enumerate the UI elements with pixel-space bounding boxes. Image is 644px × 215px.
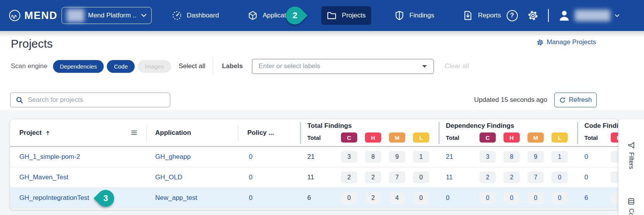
org-selector-label: Mend Platform ... [88,12,137,19]
scan-engine-label: Scan engine [11,62,48,70]
chip-images: Images [138,60,171,73]
search-icon [16,96,23,104]
chip-code[interactable]: Code [107,60,135,73]
app-window: MEND Mend Platform ... Dashboard [0,0,644,215]
labels-input[interactable] [259,62,422,70]
dependency-findings-total[interactable]: 11 [446,174,453,181]
severity-badge-critical: C [480,132,496,143]
dependency-high-count[interactable]: 8 [504,151,520,163]
annotation-step-3-number: 3 [103,193,108,203]
dependency-medium-count[interactable]: 7 [528,172,544,183]
dependency-low-count[interactable]: 0 [552,172,568,183]
user-avatar-icon [558,9,570,22]
total-low-count: 1 [413,151,429,163]
code-findings-total[interactable]: 0 [584,153,588,161]
total-critical-count: 2 [341,172,357,183]
severity-badge-medium: M [389,132,405,143]
nav-label: Findings [409,12,434,19]
code-high-count [611,151,618,163]
navbar-actions: ? [507,9,620,22]
code-high-count [611,172,618,183]
help-glyph: ? [510,12,514,19]
severity-badge-high: H [611,132,618,143]
severity-badge-low: L [552,132,568,143]
nav-item-findings[interactable]: Findings [389,6,440,25]
navbar-divider [548,9,549,22]
nav-item-dashboard[interactable]: Dashboard [166,6,224,25]
dependency-low-count[interactable]: 0 [552,192,568,204]
dependency-findings-total[interactable]: 0 [446,194,449,202]
nav-item-projects[interactable]: Projects [321,6,371,25]
total-high-count: 8 [365,151,381,163]
group-header-code-findings: Code Findings [584,122,618,130]
project-link[interactable]: GH_Maven_Test [19,174,69,181]
total-critical-count: 0 [341,192,357,204]
table-row[interactable]: GH_1_simple-pom-2 GH_gheapp 0 21 3 8 9 1… [10,147,618,167]
code-findings-total[interactable]: 6 [584,194,588,202]
application-link[interactable]: GH_gheapp [155,153,191,161]
column-menu-icon[interactable] [131,130,137,136]
column-header-policy[interactable]: Policy ... [247,129,274,137]
chip-dependencies[interactable]: Dependencies [53,60,104,73]
user-menu[interactable] [558,9,620,22]
dependency-high-count[interactable]: 0 [504,192,520,204]
code-findings-total[interactable]: 0 [584,174,588,181]
project-link[interactable]: GH_1_simple-pom-2 [19,153,80,161]
dependency-critical-count[interactable]: 3 [480,151,496,163]
column-label: Project [19,129,42,137]
total-medium-count: 9 [389,151,405,163]
dependency-high-count[interactable]: 2 [504,172,520,183]
severity-badge-critical: C [341,132,357,143]
dependency-medium-count[interactable]: 0 [528,192,544,204]
nav-item-reports[interactable]: Reports [457,6,507,25]
policy-violations-link[interactable]: 0 [249,174,252,181]
chevron-down-icon [141,14,147,17]
refresh-label: Refresh [569,96,592,104]
org-selector[interactable]: Mend Platform ... [62,7,152,24]
projects-folder-icon [327,10,337,21]
mend-logo-icon [9,9,21,22]
top-navbar: MEND Mend Platform ... Dashboard [0,0,644,31]
columns-panel-toggle[interactable]: Columns [628,198,635,215]
select-all-link[interactable]: Select all [179,62,206,70]
sort-ascending-icon [45,130,51,136]
column-header-application[interactable]: Application [155,129,191,137]
manage-projects-link[interactable]: Manage Projects [536,38,596,46]
total-high-count: 2 [365,192,381,204]
refresh-button[interactable]: Refresh [554,93,597,107]
project-link[interactable]: GH_repoIntegrationTest [19,194,89,202]
subheader-total: Total [307,134,321,141]
dependency-findings-total[interactable]: 21 [446,153,453,161]
project-search[interactable] [10,93,170,107]
labels-label: Labels [222,62,243,70]
refresh-icon [559,97,566,103]
dependency-critical-count[interactable]: 0 [480,192,496,204]
updated-timestamp: Updated 15 seconds ago [474,96,547,104]
total-medium-count: 7 [389,172,405,183]
application-link[interactable]: GH_OLD [155,174,182,181]
dependency-critical-count[interactable]: 2 [480,172,496,183]
policy-violations-link[interactable]: 0 [249,153,252,161]
dependency-low-count[interactable]: 1 [552,151,568,163]
dependency-medium-count[interactable]: 9 [528,151,544,163]
subheader-total: Total [446,134,459,141]
table-row[interactable]: GH_Maven_Test GH_OLD 0 11 2 2 7 0 11 2 2… [10,167,618,188]
dropdown-arrow-icon[interactable] [422,65,427,68]
table-side-rail: Filters Columns [618,119,644,215]
reports-file-icon [463,10,473,21]
gear-icon[interactable] [527,10,539,21]
policy-violations-link[interactable]: 0 [249,194,252,202]
annotation-step-2-number: 2 [293,10,297,21]
help-icon[interactable]: ? [507,10,518,21]
clear-all-link: Clear all [445,62,469,70]
group-header-total-findings: Total Findings [307,122,352,130]
column-header-project[interactable]: Project [19,129,51,137]
findings-shield-icon [394,10,404,21]
search-input[interactable] [28,96,164,104]
navbar-shadow [0,31,644,37]
labels-select[interactable] [252,59,434,74]
filters-panel-toggle[interactable]: Filters [628,142,635,169]
application-link[interactable]: New_app_test [155,194,197,202]
code-high-count [611,192,618,204]
column-divider [238,126,238,141]
